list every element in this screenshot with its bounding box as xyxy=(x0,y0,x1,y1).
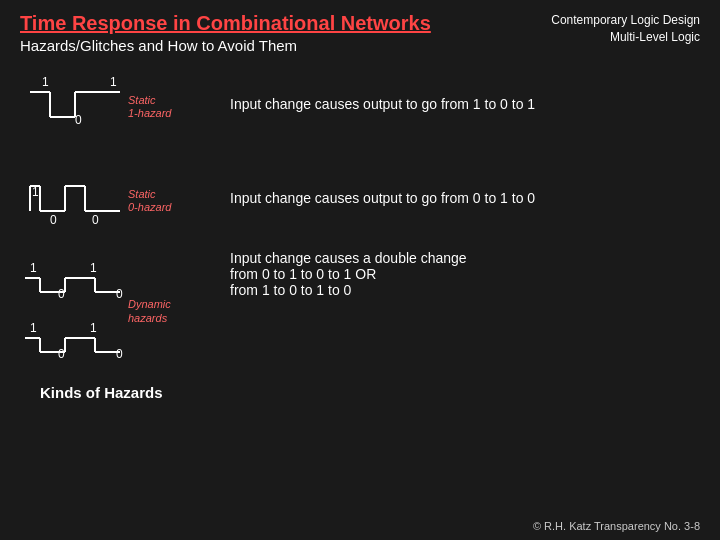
waveform-static-1-hazard: 1 1 0 Static 1-hazard xyxy=(20,62,220,146)
dynamic-desc-line1: Input change causes a double change xyxy=(230,250,467,266)
footer: © R.H. Katz Transparency No. 3-8 xyxy=(533,520,700,532)
copyright: © R.H. Katz Transparency No. 3-8 xyxy=(533,520,700,532)
header: Time Response in Combinational Networks … xyxy=(0,0,720,58)
svg-text:1-hazard: 1-hazard xyxy=(128,107,172,119)
svg-text:0: 0 xyxy=(58,347,65,361)
svg-text:0: 0 xyxy=(75,113,82,127)
hazard-row-dynamic: 1 1 0 0 1 1 0 xyxy=(20,250,700,374)
svg-text:0: 0 xyxy=(116,287,123,301)
top-right-line2: Multi-Level Logic xyxy=(551,29,700,46)
description-static-1: Input change causes output to go from 1 … xyxy=(220,96,535,112)
svg-text:0: 0 xyxy=(58,287,65,301)
hazard-row-static-0: 1 0 0 Static xyxy=(20,156,700,240)
waveform-dynamic-hazard: 1 1 0 0 1 1 0 xyxy=(20,250,220,374)
dynamic-desc-line3: from 1 to 0 to 1 to 0 xyxy=(230,282,467,298)
subtitle: Hazards/Glitches and How to Avoid Them xyxy=(20,37,551,54)
top-right: Contemporary Logic Design Multi-Level Lo… xyxy=(551,12,700,46)
top-right-line1: Contemporary Logic Design xyxy=(551,12,700,29)
svg-text:1: 1 xyxy=(90,261,97,275)
svg-text:0: 0 xyxy=(92,213,99,227)
svg-text:0: 0 xyxy=(50,213,57,227)
waveform-static-0-hazard: 1 0 0 Static xyxy=(20,156,220,240)
svg-text:0: 0 xyxy=(116,347,123,361)
dynamic-desc-line2: from 0 to 1 to 0 to 1 OR xyxy=(230,266,467,282)
svg-text:0-hazard: 0-hazard xyxy=(128,201,172,213)
svg-text:Static: Static xyxy=(128,188,156,200)
svg-text:1: 1 xyxy=(30,321,37,335)
svg-text:Static: Static xyxy=(128,94,156,106)
kinds-label: Kinds of Hazards xyxy=(20,384,700,401)
description-static-0: Input change causes output to go from 0 … xyxy=(220,190,535,206)
main-title: Time Response in Combinational Networks xyxy=(20,12,551,35)
description-dynamic: Input change causes a double change from… xyxy=(220,250,467,298)
slide: Time Response in Combinational Networks … xyxy=(0,0,720,540)
svg-text:1: 1 xyxy=(42,75,49,89)
title-block: Time Response in Combinational Networks … xyxy=(20,12,551,54)
svg-text:1: 1 xyxy=(90,321,97,335)
svg-text:1: 1 xyxy=(32,185,39,199)
content-area: 1 1 0 Static 1-hazard xyxy=(0,58,720,405)
svg-text:hazards: hazards xyxy=(128,312,168,324)
hazard-row-static-1: 1 1 0 Static 1-hazard xyxy=(20,62,700,146)
svg-text:1: 1 xyxy=(30,261,37,275)
svg-text:1: 1 xyxy=(110,75,117,89)
svg-text:Dynamic: Dynamic xyxy=(128,298,171,310)
